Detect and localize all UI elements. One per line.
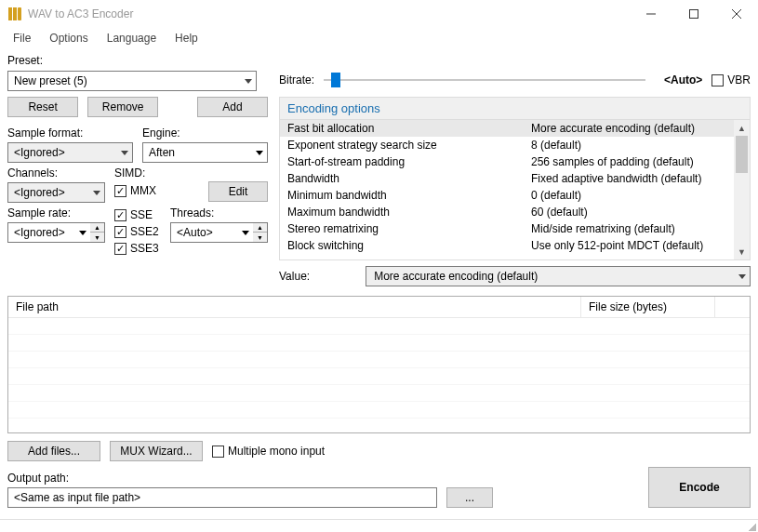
table-row — [8, 352, 750, 368]
sample-rate-label: Sample rate: — [7, 206, 105, 219]
value-combo[interactable]: More accurate encoding (default) — [366, 266, 751, 286]
simd-label: SIMD: — [114, 166, 161, 180]
option-row[interactable]: BandwidthFixed adaptive bandwidth (defau… — [280, 170, 750, 187]
table-row — [8, 402, 750, 419]
svg-rect-4 — [690, 10, 698, 19]
menu-options[interactable]: Options — [40, 30, 97, 47]
menu-help[interactable]: Help — [166, 30, 207, 47]
titlebar: WAV to AC3 Encoder — [0, 0, 758, 28]
sample-rate-combo[interactable]: <Ignored> ▲▼ — [7, 222, 105, 243]
encoding-options-header: Encoding options — [279, 97, 751, 119]
edit-button[interactable]: Edit — [208, 181, 268, 202]
encode-button[interactable]: Encode — [648, 467, 751, 508]
option-row[interactable]: Start-of-stream padding256 samples of pa… — [280, 153, 750, 170]
reset-button[interactable]: Reset — [7, 97, 78, 117]
option-row[interactable]: Stereo rematrixingMid/side rematrixing (… — [280, 220, 750, 237]
option-row[interactable]: Block switchingUse only 512-point MDCT (… — [280, 237, 750, 254]
window-title: WAV to AC3 Encoder — [28, 7, 630, 20]
browse-output-button[interactable]: ... — [446, 487, 493, 508]
menubar: File Options Language Help — [0, 28, 758, 48]
channels-combo[interactable]: <Ignored> — [7, 182, 105, 203]
scroll-up-icon[interactable]: ▲ — [734, 120, 750, 136]
svg-rect-0 — [8, 7, 12, 20]
chevron-down-icon — [738, 274, 746, 279]
close-button[interactable] — [715, 0, 758, 28]
option-row[interactable]: Maximum bandwidth60 (default) — [280, 204, 750, 220]
mux-wizard-button[interactable]: MUX Wizard... — [110, 441, 203, 461]
sample-rate-spinner[interactable]: ▲▼ — [90, 222, 105, 243]
sample-format-label: Sample format: — [7, 126, 133, 140]
output-path-label: Output path: — [7, 472, 632, 485]
multiple-mono-checkbox[interactable]: Multiple mono input — [212, 443, 325, 459]
filelist-body — [8, 318, 750, 419]
chevron-down-icon — [245, 79, 252, 84]
scroll-down-icon[interactable]: ▼ — [734, 244, 750, 259]
chevron-down-icon — [256, 151, 263, 155]
encoding-options-list[interactable]: Fast bit allocationMore accurate encodin… — [279, 119, 751, 260]
preset-select[interactable]: New preset (5) — [7, 71, 257, 91]
filelist-col-spacer — [715, 297, 750, 317]
sse2-checkbox[interactable]: SSE2 — [114, 223, 161, 240]
option-row[interactable]: Fast bit allocationMore accurate encodin… — [280, 120, 750, 137]
option-row[interactable]: Exponent strategy search size8 (default) — [280, 137, 750, 153]
options-scrollbar[interactable]: ▲ ▼ — [734, 120, 750, 259]
table-row — [8, 335, 750, 352]
chevron-down-icon — [242, 231, 249, 235]
channels-label: Channels: — [7, 166, 105, 180]
menu-file[interactable]: File — [4, 30, 40, 47]
statusbar — [0, 519, 758, 532]
mmx-checkbox[interactable]: MMX — [114, 182, 161, 199]
vbr-checkbox[interactable]: VBR — [711, 72, 751, 88]
remove-button[interactable]: Remove — [87, 97, 158, 117]
chevron-down-icon — [93, 191, 100, 195]
menu-language[interactable]: Language — [98, 30, 166, 47]
engine-label: Engine: — [142, 126, 268, 140]
output-path-input[interactable]: <Same as input file path> — [7, 487, 437, 508]
maximize-button[interactable] — [672, 0, 715, 28]
preset-label: Preset: — [7, 54, 751, 67]
file-list[interactable]: File path File size (bytes) — [7, 296, 751, 433]
sse3-checkbox[interactable]: SSE3 — [114, 240, 161, 257]
preset-value: New preset (5) — [14, 74, 87, 87]
threads-combo[interactable]: <Auto> ▲▼ — [170, 222, 268, 243]
option-row[interactable]: Minimum bandwidth0 (default) — [280, 187, 750, 204]
svg-rect-1 — [13, 7, 17, 20]
chevron-down-icon — [79, 231, 86, 235]
scroll-thumb[interactable] — [736, 136, 748, 173]
app-icon — [7, 7, 22, 21]
bitrate-value: <Auto> — [664, 73, 702, 86]
value-label: Value: — [279, 270, 310, 283]
table-row — [8, 368, 750, 385]
table-row — [8, 385, 750, 402]
bitrate-label: Bitrate: — [279, 73, 314, 86]
bitrate-slider[interactable] — [324, 71, 645, 89]
filelist-col-size[interactable]: File size (bytes) — [581, 297, 715, 317]
threads-label: Threads: — [170, 206, 268, 219]
filelist-col-path[interactable]: File path — [8, 297, 581, 317]
add-button[interactable]: Add — [197, 97, 268, 117]
engine-combo[interactable]: Aften — [142, 142, 268, 163]
sample-format-combo[interactable]: <Ignored> — [7, 142, 133, 163]
table-row — [8, 318, 750, 335]
minimize-button[interactable] — [630, 0, 672, 28]
threads-spinner[interactable]: ▲▼ — [253, 222, 268, 243]
add-files-button[interactable]: Add files... — [7, 441, 100, 461]
chevron-down-icon — [121, 151, 128, 155]
sse-checkbox[interactable]: SSE — [114, 206, 161, 223]
svg-rect-2 — [18, 7, 21, 20]
resize-grip-icon[interactable] — [743, 520, 758, 532]
